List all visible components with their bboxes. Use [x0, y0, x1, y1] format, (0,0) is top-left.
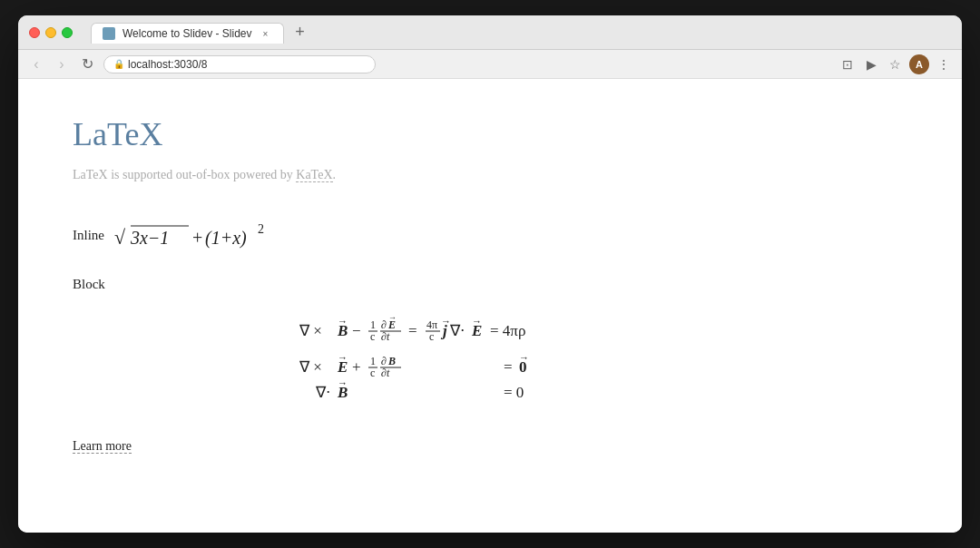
- svg-text:→: →: [338, 352, 348, 363]
- forward-button[interactable]: ›: [53, 56, 71, 73]
- subtitle: LaTeX is supported out-of-box powered by…: [73, 168, 889, 182]
- maxwell-equations-svg: ∇ × B → − 1 c ∂ E → ∂t = 4π: [290, 310, 671, 401]
- svg-text:∂t: ∂t: [381, 330, 390, 343]
- svg-text:∇ ×: ∇ ×: [299, 322, 322, 339]
- svg-text:c: c: [370, 367, 375, 379]
- svg-text:+: +: [192, 228, 202, 248]
- traffic-lights: [29, 27, 73, 38]
- subtitle-text: LaTeX is supported out-of-box powered by: [73, 168, 296, 181]
- inline-math: √ 3x−1 + (1+x) 2: [108, 219, 297, 255]
- svg-text:= 4πρ: = 4πρ: [490, 322, 525, 339]
- block-math-label: Block: [73, 277, 889, 292]
- lock-icon: 🔒: [113, 59, 124, 69]
- svg-text:= 0: = 0: [504, 384, 524, 401]
- svg-text:1: 1: [370, 318, 376, 331]
- svg-text:→: →: [338, 377, 348, 388]
- tab-title: Welcome to Slidev - Slidev: [122, 27, 252, 40]
- svg-text:→: →: [388, 313, 397, 322]
- svg-text:→: →: [338, 316, 348, 327]
- profile-avatar[interactable]: A: [909, 54, 929, 74]
- tab-bar: Welcome to Slidev - Slidev × +: [91, 22, 951, 44]
- close-button[interactable]: [29, 27, 40, 38]
- browser-window: Welcome to Slidev - Slidev × + ‹ › ↻ 🔒 l…: [18, 15, 962, 533]
- svg-text:∂: ∂: [381, 355, 387, 367]
- svg-text:=: =: [504, 358, 513, 376]
- title-bar: Welcome to Slidev - Slidev × +: [18, 15, 962, 50]
- svg-text:1: 1: [370, 355, 376, 367]
- address-input[interactable]: 🔒 localhost:3030/8: [103, 55, 376, 73]
- svg-text:c: c: [429, 330, 434, 343]
- browser-actions: ⊡ ▶ ☆ A ⋮: [838, 54, 953, 74]
- tab-close-button[interactable]: ×: [260, 27, 272, 40]
- svg-text:∂t: ∂t: [381, 367, 390, 379]
- svg-text:B: B: [387, 355, 396, 367]
- new-tab-button[interactable]: +: [289, 22, 311, 44]
- svg-text:→: →: [472, 316, 482, 327]
- play-icon[interactable]: ▶: [862, 57, 880, 72]
- address-bar: ‹ › ↻ 🔒 localhost:3030/8 ⊡ ▶ ☆ A ⋮: [18, 50, 962, 79]
- back-button[interactable]: ‹: [27, 56, 45, 73]
- address-text: localhost:3030/8: [128, 58, 207, 71]
- menu-icon[interactable]: ⋮: [935, 57, 953, 72]
- svg-text:∇⋅: ∇⋅: [315, 384, 330, 401]
- svg-text:2: 2: [258, 222, 264, 236]
- math-block: ∇ × B → − 1 c ∂ E → ∂t = 4π: [73, 310, 889, 401]
- svg-text:(1+x): (1+x): [205, 228, 247, 249]
- learn-more-link[interactable]: Learn more: [73, 439, 132, 454]
- tab-favicon: [103, 27, 115, 40]
- svg-text:√: √: [114, 226, 126, 249]
- svg-text:∇⋅: ∇⋅: [449, 322, 465, 339]
- refresh-button[interactable]: ↻: [78, 55, 96, 73]
- active-tab[interactable]: Welcome to Slidev - Slidev ×: [91, 23, 284, 44]
- svg-text:c: c: [370, 330, 375, 343]
- svg-text:∂: ∂: [381, 318, 387, 331]
- svg-text:=: =: [408, 322, 417, 339]
- subtitle-end: .: [333, 168, 337, 181]
- svg-text:+: +: [352, 358, 361, 376]
- minimize-button[interactable]: [45, 27, 56, 38]
- svg-text:−: −: [352, 322, 361, 339]
- block-label-text: Block: [73, 277, 105, 291]
- svg-text:4π: 4π: [426, 318, 437, 331]
- svg-text:∇ ×: ∇ ×: [299, 358, 322, 376]
- svg-text:3x−1: 3x−1: [130, 228, 169, 248]
- katex-link[interactable]: KaTeX: [296, 168, 332, 182]
- inline-math-label: Inline √ 3x−1 + (1+x) 2: [73, 219, 889, 255]
- svg-text:→: →: [519, 352, 529, 363]
- cast-icon[interactable]: ⊡: [838, 57, 857, 72]
- bookmark-icon[interactable]: ☆: [886, 57, 904, 72]
- page-title: LaTeX: [73, 115, 889, 153]
- inline-math-svg: √ 3x−1 + (1+x) 2: [114, 219, 296, 255]
- page-content: LaTeX LaTeX is supported out-of-box powe…: [18, 79, 962, 533]
- inline-label-text: Inline: [73, 228, 104, 242]
- maximize-button[interactable]: [62, 27, 73, 38]
